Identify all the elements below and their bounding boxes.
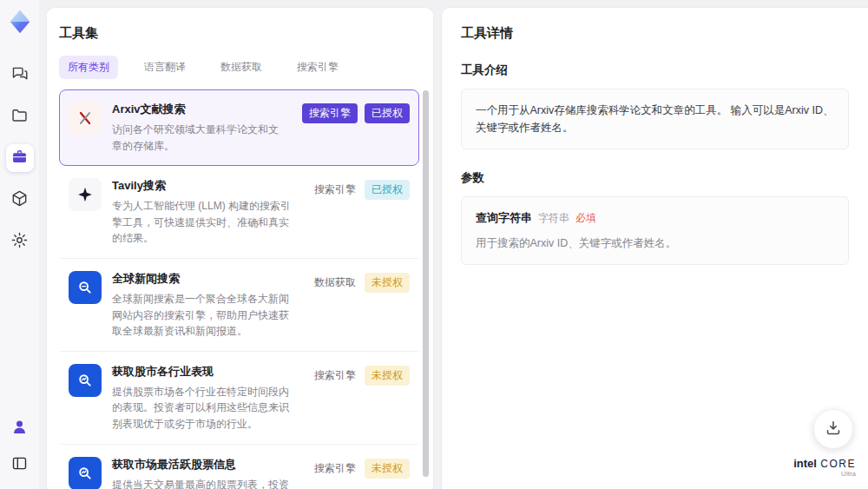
intro-box: 一个用于从Arxiv存储库搜索科学论文和文章的工具。 输入可以是Arxiv ID…: [461, 89, 849, 149]
download-button[interactable]: [813, 409, 853, 449]
tool-category-badge: 搜索引擎: [312, 180, 358, 200]
tool-description: 提供当天交易量最高的股票列表，投资者可以利用这些信息来识别流动性强的股票和潜在的…: [112, 477, 299, 489]
tool-detail-panel: 工具详情 工具介绍 一个用于从Arxiv存储库搜索科学论文和文章的工具。 输入可…: [441, 7, 868, 489]
tavily-icon: [69, 178, 102, 211]
params-heading: 参数: [461, 170, 849, 186]
param-description: 用于搜索的Arxiv ID、关键字或作者姓名。: [476, 235, 834, 252]
detail-title: 工具详情: [461, 25, 849, 42]
tool-description: 提供股票市场各个行业在特定时间段内的表现。投资者可以利用这些信息来识别表现优于或…: [112, 384, 299, 433]
page-title: 工具集: [59, 25, 419, 42]
rail-item-chat[interactable]: [6, 61, 34, 89]
category-tab[interactable]: 所有类别: [59, 56, 118, 79]
param-name: 查询字符串: [476, 209, 532, 228]
rail-nav-items: [6, 61, 34, 255]
folder-icon: [10, 106, 29, 128]
tool-auth-badge: 未授权: [365, 459, 410, 479]
tool-auth-badge: 已授权: [365, 103, 410, 123]
stock-search-icon: [69, 457, 102, 489]
tool-auth-badge: 未授权: [365, 366, 410, 386]
rail-item-folder[interactable]: [6, 102, 34, 130]
chat-icon: [10, 64, 29, 86]
panel-toggle-icon: [10, 454, 29, 476]
tool-category-badge: 搜索引擎: [302, 103, 358, 123]
param-required-badge: 必填: [575, 210, 596, 227]
tool-card[interactable]: Tavily搜索 专为人工智能代理 (LLM) 构建的搜索引擎工具，可快速提供实…: [59, 166, 419, 259]
rail-item-panel-toggle[interactable]: [6, 451, 34, 479]
tool-card[interactable]: 获取股市各行业表现 提供股票市场各个行业在特定时间段内的表现。投资者可以利用这些…: [59, 352, 419, 445]
intro-heading: 工具介绍: [461, 63, 849, 78]
news-search-icon: [69, 271, 102, 304]
tool-list: Arxiv文献搜索 访问各个研究领域大量科学论文和文章的存储库。 搜索引擎 已授…: [59, 89, 419, 489]
left-icon-rail: [0, 0, 39, 489]
app-logo diamond-logo-icon[interactable]: [7, 9, 33, 35]
param-header: 查询字符串字符串必填: [476, 209, 834, 228]
tool-auth-badge: 已授权: [365, 180, 410, 200]
tool-category-badge: 搜索引擎: [312, 366, 358, 386]
tool-card[interactable]: 获取市场最活跃股票信息 提供当天交易量最高的股票列表，投资者可以利用这些信息来识…: [59, 445, 419, 489]
category-tab[interactable]: 语言翻译: [135, 56, 194, 79]
tool-category-badge: 搜索引擎: [312, 459, 358, 479]
category-tab[interactable]: 搜索引擎: [288, 56, 347, 79]
briefcase-icon: [10, 148, 29, 169]
tool-description: 全球新闻搜索是一个聚合全球各大新闻网站内容的搜索引擎，帮助用户快速获取全球最新资…: [112, 291, 299, 340]
tool-card[interactable]: 全球新闻搜索 全球新闻搜索是一个聚合全球各大新闻网站内容的搜索引擎，帮助用户快速…: [59, 259, 419, 352]
brand-word-intel: intel: [793, 457, 817, 470]
tool-card[interactable]: Arxiv文献搜索 访问各个研究领域大量科学论文和文章的存储库。 搜索引擎 已授…: [59, 89, 419, 166]
arxiv-icon: [69, 102, 102, 135]
category-tab[interactable]: 数据获取: [212, 56, 271, 79]
rail-item-gear[interactable]: [6, 228, 34, 255]
brand-sub: Ultra: [793, 471, 856, 479]
tool-name: 全球新闻搜索: [112, 271, 299, 287]
rail-bottom-items: [6, 414, 34, 479]
category-tabs: 所有类别 语言翻译 数据获取 搜索引擎: [59, 56, 419, 79]
tool-description: 专为人工智能代理 (LLM) 构建的搜索引擎工具，可快速提供实时、准确和真实的结…: [112, 198, 299, 247]
param-type: 字符串: [538, 210, 569, 227]
stock-search-icon: [69, 364, 102, 397]
tool-name: Arxiv文献搜索: [112, 102, 288, 117]
user-icon: [10, 418, 29, 439]
tool-category-badge: 数据获取: [312, 273, 358, 293]
rail-item-cube[interactable]: [6, 186, 34, 214]
intel-core-logo: intel CORE Ultra: [793, 455, 856, 479]
download-icon: [824, 419, 843, 440]
scrollbar[interactable]: [423, 90, 429, 477]
gear-icon: [10, 231, 29, 253]
tool-name: 获取市场最活跃股票信息: [112, 457, 299, 472]
tool-auth-badge: 未授权: [365, 273, 410, 293]
cube-icon: [10, 189, 29, 211]
brand-word-core: CORE: [820, 458, 856, 470]
tool-description: 访问各个研究领域大量科学论文和文章的存储库。: [112, 122, 288, 154]
rail-item-user[interactable]: [6, 414, 34, 442]
tool-name: Tavily搜索: [112, 178, 299, 194]
tool-name: 获取股市各行业表现: [112, 364, 299, 380]
rail-item-briefcase[interactable]: [6, 144, 34, 172]
tool-list-panel: 工具集 所有类别 语言翻译 数据获取 搜索引擎 Arxiv文献搜索 访问各个研究…: [46, 7, 434, 489]
params-box: 查询字符串字符串必填用于搜索的Arxiv ID、关键字或作者姓名。: [461, 196, 849, 265]
